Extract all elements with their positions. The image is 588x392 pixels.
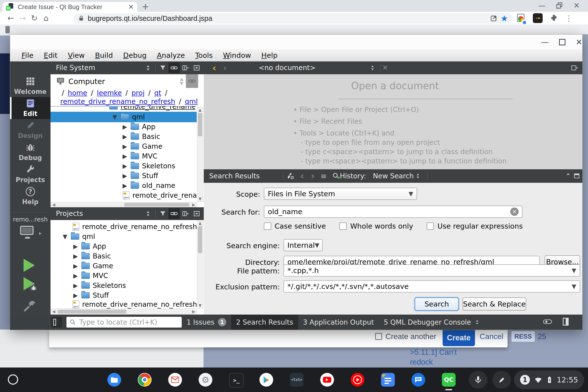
whole-words-checkbox[interactable] xyxy=(339,222,347,230)
create-button[interactable]: Create xyxy=(443,330,475,346)
launcher-icon[interactable] xyxy=(8,374,18,385)
expand-all-icon[interactable]: ≡ xyxy=(321,172,327,180)
chrome-icon[interactable] xyxy=(138,373,152,386)
editor-forward-icon[interactable]: › xyxy=(223,62,227,73)
mode-welcome[interactable]: Welcome xyxy=(10,75,51,97)
proj-vertical-scrollbar[interactable]: ▲ ▼ xyxy=(197,220,203,308)
scroll-down-icon[interactable]: ▼ xyxy=(197,196,203,201)
proj-sync-icon[interactable] xyxy=(168,208,180,219)
proj-row-basic[interactable]: ▶Basic xyxy=(73,252,111,260)
scope-combo[interactable]: Files in File System▼ xyxy=(264,188,417,200)
toggle-sidebar-icon[interactable] xyxy=(51,317,62,328)
terminal-extension-icon[interactable]: › xyxy=(533,13,543,23)
create-another-checkbox[interactable] xyxy=(375,333,382,340)
browser-minimize-icon[interactable]: — xyxy=(538,2,545,9)
debug-run-button[interactable] xyxy=(24,277,35,290)
bookmark-star-icon[interactable]: ★ xyxy=(501,14,508,23)
fs-sync-icon[interactable] xyxy=(168,62,180,73)
google-news-icon[interactable] xyxy=(381,373,395,386)
forward-icon[interactable]: → xyxy=(17,14,29,23)
close-document-icon[interactable]: ✕ xyxy=(382,64,388,72)
mode-help[interactable]: ? Help xyxy=(10,185,51,207)
fs-filter-icon[interactable] xyxy=(157,62,168,73)
breadcrumb-qt[interactable]: qt xyxy=(154,89,161,97)
extensions-puzzle-icon[interactable] xyxy=(549,14,558,22)
fs-row-mvc[interactable]: ▶MVC xyxy=(122,152,157,160)
chrome-window-extension-icon[interactable] xyxy=(516,13,526,23)
fs-row-qml-file[interactable]: qmlremote_drive_renam xyxy=(123,191,203,200)
proj-row-skeletons[interactable]: ▶Skeletons xyxy=(73,282,126,290)
build-button[interactable] xyxy=(22,297,37,313)
output-tab-search-results[interactable]: 2 Search Results xyxy=(231,314,298,330)
menu-edit[interactable]: Edit xyxy=(39,51,63,60)
home-icon[interactable]: ⌂ xyxy=(40,14,52,23)
browser-tab[interactable]: Qt Create Issue - Qt Bug Tracker ✕ xyxy=(3,2,137,12)
collapse-panel-icon[interactable]: ⌃ xyxy=(565,172,571,180)
system-tray[interactable]: 1 12:55 xyxy=(514,370,584,389)
mode-projects[interactable]: Projects xyxy=(10,163,51,185)
kit-selector-button[interactable] xyxy=(19,225,36,241)
fs-mini-sync-button[interactable] xyxy=(186,74,198,88)
text-app-icon[interactable]: <txt> xyxy=(290,373,304,386)
qt-minimize-icon[interactable]: — xyxy=(541,38,549,47)
fs-clipped-row[interactable]: remote_drive_rename_ xyxy=(109,106,195,112)
output-tab-issues[interactable]: 1 Issues 1 xyxy=(182,314,231,330)
cancel-link[interactable]: Cancel xyxy=(480,332,503,341)
address-bar[interactable]: bugreports.qt.io/secure/Dashboard.jspa ★ xyxy=(74,13,512,24)
prev-result-icon[interactable]: ‹ xyxy=(300,170,304,181)
issue-link-line2[interactable]: redock xyxy=(410,358,433,366)
proj-row-bottom-file[interactable]: qmlremote_drive_rename_no_refresh.q xyxy=(73,300,203,308)
issue-link-line1[interactable]: >5.11.1] Can't xyxy=(410,348,457,357)
search-replace-button[interactable]: Search & Replace xyxy=(462,298,526,311)
back-icon[interactable]: ← xyxy=(5,14,17,23)
fs-row-skeletons[interactable]: ▶Skeletons xyxy=(122,162,175,170)
scroll-left-icon[interactable]: ◀ xyxy=(52,202,55,207)
menu-help[interactable]: Help xyxy=(256,51,283,60)
fs-root-row[interactable]: Computer xyxy=(51,75,202,88)
clear-results-icon[interactable] xyxy=(285,170,296,181)
scroll-up-icon[interactable]: ▲ xyxy=(197,108,203,112)
file-pattern-combo[interactable]: *.cpp,*.h▼ xyxy=(283,264,580,276)
new-tab-button[interactable]: + xyxy=(142,2,149,12)
regex-checkbox[interactable] xyxy=(427,222,434,230)
expanded-twisty-icon[interactable]: ▼ xyxy=(112,114,118,120)
proj-row-qml[interactable]: ▼qml xyxy=(62,232,95,240)
proj-row-stuff[interactable]: ▶Stuff xyxy=(73,291,109,300)
fs-row-stuff[interactable]: ▶Stuff xyxy=(122,172,158,180)
menu-debug[interactable]: Debug xyxy=(118,51,152,60)
locator-input[interactable]: Type to locate (Ctrl+K) xyxy=(67,317,182,328)
output-tab-qml-console[interactable]: 5 QML Debugger Console xyxy=(379,314,485,330)
play-store-icon[interactable] xyxy=(259,373,273,386)
next-result-icon[interactable]: › xyxy=(311,170,315,181)
browser-menu-icon[interactable]: ⋮ xyxy=(565,14,572,22)
doc-dropdown-icon[interactable] xyxy=(367,62,378,73)
tab-close-icon[interactable]: ✕ xyxy=(128,3,134,11)
toggle-right-panel-icon[interactable] xyxy=(562,318,569,327)
breadcrumb-home[interactable]: home xyxy=(68,89,87,97)
whole-words-option[interactable]: Whole words only xyxy=(339,222,413,230)
browser-close-icon[interactable]: ✕ xyxy=(573,2,580,9)
fs-horizontal-scrollbar[interactable]: ◀ ▶ xyxy=(51,202,197,207)
scroll-left-icon[interactable]: ◀ xyxy=(52,309,55,314)
fs-mini-sort-icon[interactable]: ▲▼ xyxy=(180,77,183,86)
breadcrumb-proj[interactable]: proj xyxy=(131,89,145,97)
run-button[interactable] xyxy=(24,259,35,272)
editor-back-icon[interactable]: ‹ xyxy=(212,62,216,73)
scroll-down-icon[interactable]: ▼ xyxy=(197,303,203,308)
menu-tools[interactable]: Tools xyxy=(190,51,218,60)
qt-close-icon[interactable]: ✕ xyxy=(576,38,582,47)
breadcrumb-qml[interactable]: qml xyxy=(185,98,198,106)
proj-close-panel-icon[interactable] xyxy=(191,208,202,219)
popout-panel-icon[interactable] xyxy=(571,170,582,181)
shelf-terminal-icon[interactable]: >_ xyxy=(229,373,244,388)
proj-split-icon[interactable] xyxy=(180,208,191,219)
settings-icon[interactable]: ⚙ xyxy=(199,373,212,386)
case-sensitive-checkbox[interactable] xyxy=(264,222,271,230)
browser-restore-icon[interactable] xyxy=(556,2,563,9)
search-button[interactable]: Search xyxy=(415,298,459,311)
exclusion-combo[interactable]: */.git/*,*/.cvs/*,*/.svn/*,*.autosave▼ xyxy=(283,280,580,292)
youtube-icon[interactable] xyxy=(320,373,334,386)
menu-analyze[interactable]: Analyze xyxy=(152,51,190,60)
messages-icon[interactable] xyxy=(411,373,425,386)
proj-row-app[interactable]: ▶App xyxy=(73,242,106,250)
